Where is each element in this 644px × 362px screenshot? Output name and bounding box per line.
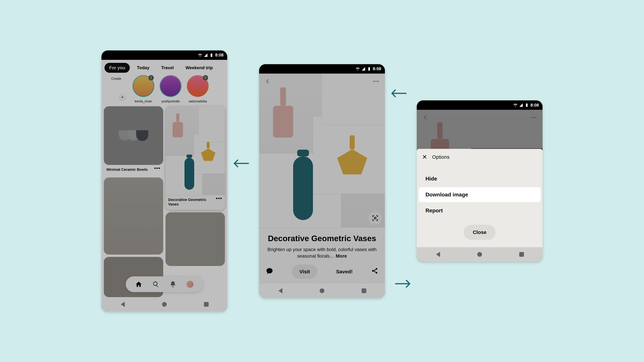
visit-button[interactable]: Visit [292,265,317,279]
status-time: 8:08 [530,103,539,108]
phone-options: 8:08 ••• ✕ [417,100,542,262]
android-nav [102,297,227,312]
wifi-icon [356,67,360,71]
option-hide[interactable]: Hide [419,171,540,186]
overview-icon[interactable] [519,252,524,257]
android-nav [417,247,542,262]
profile-avatar[interactable] [186,281,194,288]
status-time: 8:08 [215,53,224,57]
back-icon[interactable] [435,252,440,257]
pin-title: Decorative Geometric Vases [265,234,379,243]
share-icon[interactable] [372,268,378,276]
cellular-icon [519,103,523,107]
story-create[interactable]: + Create [104,75,128,103]
svg-point-1 [372,270,374,272]
close-icon[interactable]: ✕ [422,153,427,161]
lens-button[interactable] [368,211,382,225]
more-icon[interactable]: ••• [216,197,222,199]
plus-icon: + [119,94,125,100]
pin-label: Decorative Geometric Vases ••• [166,195,225,210]
story-user-1[interactable]: 2 kenta_iman [132,75,155,103]
option-report[interactable]: Report [419,203,540,218]
sheet-title: Options [432,154,450,160]
more-button[interactable]: ••• [370,76,382,87]
option-download[interactable]: Download image [419,187,540,202]
more-link[interactable]: More [336,253,347,259]
search-icon[interactable] [152,281,159,288]
home-icon[interactable] [135,281,142,288]
feed-tabs: For you Today Travel Weekend trip [102,60,227,74]
home-nav-icon[interactable] [320,289,324,293]
svg-point-0 [374,217,376,219]
stories-row: + Create 2 kenta_iman yeahjustrafa 5 sat… [102,74,227,104]
pin-label: Minimal Ceramic Bowls ••• [104,167,163,175]
status-bar: 8:08 [259,64,385,73]
tutorial-arrow [390,84,407,102]
pin-vases[interactable]: Decorative Geometric Vases ••• [166,106,225,210]
home-nav-icon[interactable] [162,302,167,307]
overview-icon[interactable] [204,302,209,307]
tutorial-arrow [395,275,411,292]
overview-icon[interactable] [362,289,366,293]
wifi-icon [513,103,518,107]
status-bar: 8:08 [102,50,227,60]
phone-feed: 8:08 For you Today Travel Weekend trip +… [102,50,227,312]
more-icon[interactable]: ••• [154,167,160,169]
bottom-nav [126,276,203,292]
tab-travel[interactable]: Travel [156,63,178,73]
back-icon[interactable] [278,288,282,294]
battery-icon [210,53,214,57]
close-button[interactable]: Close [464,225,496,240]
pin-extra-2[interactable] [166,212,225,266]
tab-for-you[interactable]: For you [104,63,130,73]
story-user-2[interactable]: yeahjustrafa [159,75,182,103]
pin-bed[interactable] [104,177,163,255]
pin-description: Brighten up your space with bold, colorf… [265,246,379,259]
status-time: 8:08 [373,66,381,71]
cellular-icon [362,67,366,71]
home-nav-icon[interactable] [477,252,482,257]
wifi-icon [198,53,202,57]
battery-icon [525,103,529,107]
back-button[interactable] [420,112,431,123]
back-button[interactable] [262,76,274,87]
tab-weekend[interactable]: Weekend trip [181,63,218,73]
phone-detail: 8:08 ••• [259,64,385,298]
story-user-3[interactable]: 5 satomadoka [186,75,210,103]
options-sheet: ✕ Options Hide Download image Report Clo… [417,149,542,247]
tutorial-arrow [233,154,249,172]
bell-icon[interactable] [170,281,176,288]
battery-icon [367,67,371,71]
tab-today[interactable]: Today [132,63,154,73]
more-button[interactable]: ••• [528,112,540,123]
android-nav [259,284,385,298]
back-icon[interactable] [120,302,125,307]
cellular-icon [204,53,208,57]
comment-icon[interactable] [266,267,273,276]
saved-label: Saved! [336,269,352,275]
status-bar: 8:08 [417,100,542,110]
pin-bowls[interactable] [104,106,163,165]
